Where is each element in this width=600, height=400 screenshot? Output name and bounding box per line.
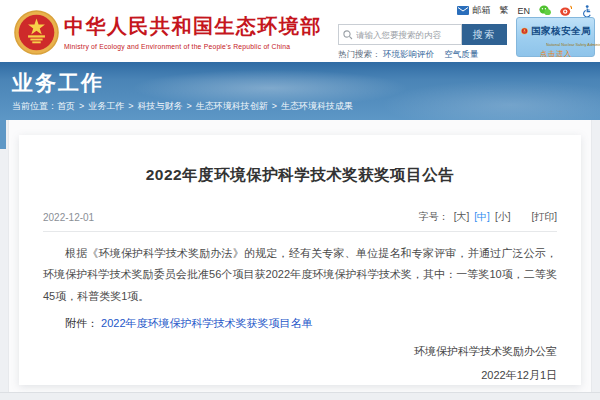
breadcrumb-separator: > (272, 101, 277, 111)
article-meta-row: 2022-12-01 字号： [大] [中] [小] [打印] (43, 210, 557, 224)
search-box (338, 24, 462, 45)
hot-search-label: 热门搜索： (338, 49, 381, 59)
footer-strip (0, 392, 600, 400)
hot-search-link-eia[interactable]: 环境影响评价 (383, 49, 434, 59)
english-toggle[interactable]: EN (517, 6, 530, 16)
mail-link[interactable]: 邮箱 (457, 4, 490, 17)
attachment-row: 附件： 2022年度环境保护科学技术奖获奖项目名单 (43, 316, 557, 331)
utility-bar: 邮箱 繁 EN (457, 4, 592, 17)
weibo-link[interactable] (560, 5, 572, 16)
nnsa-title: 国家核安全局 (531, 25, 591, 38)
search-icon (343, 30, 353, 40)
nnsa-banner-link[interactable]: 国家核安全局 National Nuclear Safety Administr… (516, 17, 595, 57)
national-emblem-logo (14, 10, 59, 55)
site-header: 中华人民共和国生态环境部 Ministry of Ecology and Env… (0, 0, 600, 62)
section-banner: 业务工作 当前位置：首页>业务工作>科技与财务>生态环境科技创新>生态环境科技成… (0, 62, 600, 120)
wechat-link[interactable] (539, 5, 551, 16)
signature-date: 2022年12月1日 (43, 368, 557, 383)
breadcrumb-label: 当前位置： (12, 101, 57, 111)
font-size-large-button[interactable]: [大] (454, 210, 470, 224)
font-size-label: 字号： (419, 210, 449, 224)
section-title: 业务工作 (12, 69, 104, 97)
article-date: 2022-12-01 (43, 212, 94, 223)
breadcrumb-eco-innovation[interactable]: 生态环境科技创新 (196, 101, 268, 111)
hot-search-row: 热门搜索： 环境影响评价 空气质量 (338, 49, 486, 61)
breadcrumb-separator: > (187, 101, 192, 111)
breadcrumb-separator: > (79, 101, 84, 111)
print-button[interactable]: [打印] (531, 210, 557, 224)
breadcrumb-separator: > (128, 101, 133, 111)
meta-divider (43, 231, 557, 232)
search-area: 搜索 (338, 24, 507, 45)
article-card: 2022年度环境保护科学技术奖获奖项目公告 2022-12-01 字号： [大]… (19, 135, 581, 385)
nnsa-subtitle: National Nuclear Safety Administration (546, 42, 587, 47)
breadcrumb-eco-achievements[interactable]: 生态环境科技成果 (281, 101, 353, 111)
article-paragraph: 根据《环境保护科学技术奖励办法》的规定，经有关专家、单位提名和专家评审，并通过广… (43, 243, 557, 307)
brand-text: 中华人民共和国生态环境部 Ministry of Ecology and Env… (64, 13, 322, 50)
mail-label: 邮箱 (472, 4, 490, 17)
attachment-link[interactable]: 2022年度环境保护科学技术奖获奖项目名单 (101, 317, 312, 329)
breadcrumb-business[interactable]: 业务工作 (88, 101, 124, 111)
attachment-label: 附件： (65, 317, 98, 329)
weibo-icon (560, 5, 572, 16)
main-content-area: 2022年度环境保护科学技术奖获奖项目公告 2022-12-01 字号： [大]… (0, 120, 600, 400)
accessibility-link[interactable] (581, 5, 592, 17)
nnsa-emblem-icon (521, 21, 528, 41)
search-button[interactable]: 搜索 (462, 24, 507, 45)
signature-office: 环境保护科学技术奖励办公室 (43, 344, 557, 359)
banner-tail-decoration (0, 120, 6, 149)
hot-search-link-air[interactable]: 空气质量 (444, 49, 478, 59)
breadcrumb: 当前位置：首页>业务工作>科技与财务>生态环境科技创新>生态环境科技成果 (12, 100, 353, 113)
font-size-medium-button[interactable]: [中] (474, 210, 490, 224)
breadcrumb-scitech-finance[interactable]: 科技与财务 (138, 101, 183, 111)
nnsa-enter-label: 点击进入 (521, 49, 591, 59)
site-subtitle: Ministry of Ecology and Environment of t… (64, 43, 322, 50)
content-container: 2022年度环境保护科学技术奖获奖项目公告 2022-12-01 字号： [大]… (8, 120, 592, 392)
site-title: 中华人民共和国生态环境部 (64, 13, 322, 40)
mail-icon (457, 6, 469, 15)
search-input[interactable] (356, 30, 457, 40)
breadcrumb-home[interactable]: 首页 (57, 101, 75, 111)
accessibility-icon (581, 5, 592, 17)
article-title: 2022年度环境保护科学技术奖获奖项目公告 (43, 165, 557, 186)
traditional-chinese-toggle[interactable]: 繁 (499, 4, 508, 17)
font-size-small-button[interactable]: [小] (495, 210, 511, 224)
wechat-icon (539, 5, 551, 16)
